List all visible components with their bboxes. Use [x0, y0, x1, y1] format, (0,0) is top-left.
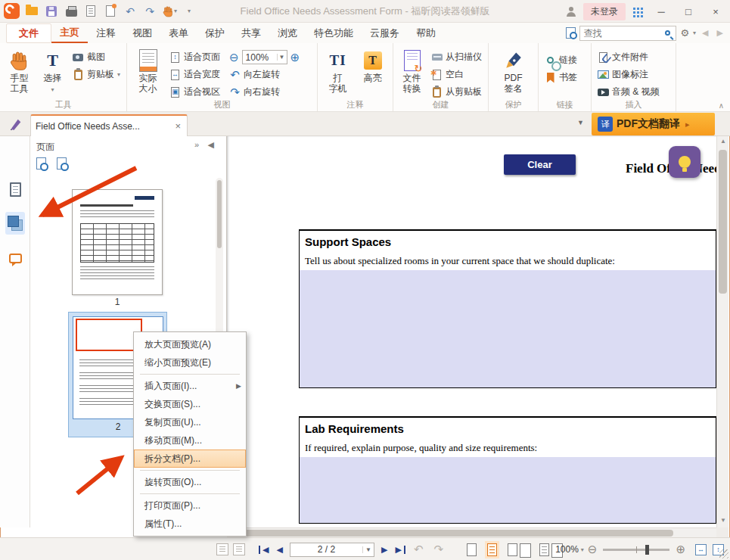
- document-tab[interactable]: Field Office Needs Asse... ×: [30, 114, 188, 136]
- file-convert-button[interactable]: 文件转换: [397, 46, 427, 100]
- bookmarks-panel-button[interactable]: [5, 178, 25, 201]
- status-snapshot-tool-icon[interactable]: [233, 543, 245, 555]
- login-status-badge[interactable]: 未登录: [583, 3, 626, 20]
- menu-item-rotate-pages[interactable]: 旋转页面(O)...: [134, 473, 246, 491]
- last-page-button[interactable]: ▶: [391, 546, 405, 554]
- rotate-right-button[interactable]: ↷向右旋转: [227, 84, 312, 100]
- zoom-slider[interactable]: [603, 549, 669, 551]
- status-select-tool-icon[interactable]: [216, 543, 228, 555]
- find-in-page-icon[interactable]: [566, 27, 576, 39]
- tab-list-dropdown-icon[interactable]: ▼: [577, 119, 584, 126]
- menu-item-insert-pages[interactable]: 插入页面(I)...▶: [134, 377, 246, 395]
- comments-panel-button[interactable]: [5, 247, 25, 269]
- horizontal-scrollbar-thumb[interactable]: [228, 530, 673, 537]
- menu-item-move-pages[interactable]: 移动页面(M)...: [134, 431, 246, 450]
- account-button[interactable]: [564, 3, 579, 20]
- continuous-facing-view-icon[interactable]: [539, 543, 549, 556]
- zoom-slider-handle[interactable]: [645, 545, 649, 555]
- zoom-in-icon[interactable]: ⊕: [290, 51, 300, 64]
- image-annotation-button[interactable]: 图像标注: [595, 67, 672, 82]
- menu-item-reduce-preview[interactable]: 缩小页面预览(E): [134, 353, 246, 372]
- tab-features[interactable]: 特色功能: [306, 23, 362, 42]
- fit-width-icon[interactable]: ↔: [695, 544, 707, 555]
- customize-toolbar-dropdown[interactable]: ▾: [182, 3, 197, 20]
- first-page-button[interactable]: ◀: [259, 546, 272, 554]
- zoom-out-icon[interactable]: ⊖: [584, 543, 601, 556]
- menu-item-split-document[interactable]: 拆分文档(P)...: [134, 450, 246, 468]
- search-input[interactable]: [580, 28, 665, 39]
- tab-form[interactable]: 表单: [160, 23, 197, 42]
- assistant-bubble-button[interactable]: [669, 146, 700, 178]
- tab-view[interactable]: 视图: [124, 23, 160, 42]
- gear-dropdown-icon[interactable]: ▾: [693, 30, 696, 36]
- page-thumbnail-1[interactable]: [72, 189, 163, 295]
- typewriter-button[interactable]: 打字机: [322, 46, 354, 100]
- rotate-view-left-icon[interactable]: ↶: [408, 543, 429, 556]
- menu-item-print-pages[interactable]: 打印页面(P)...: [134, 496, 246, 515]
- hand-tool-quick-button[interactable]: ▾: [162, 3, 177, 20]
- zoom-out-icon[interactable]: ⊖: [229, 51, 239, 64]
- panel-expand-icon[interactable]: »: [194, 140, 199, 149]
- menu-item-swap-pages[interactable]: 交换页面(S)...: [134, 395, 246, 413]
- undo-button[interactable]: ↶: [123, 3, 138, 20]
- select-tool-button[interactable]: 选择▾: [37, 46, 68, 100]
- pdf-translate-button[interactable]: 译 PDF文档翻译 ▸: [592, 113, 715, 135]
- link-button[interactable]: 链接: [542, 52, 587, 68]
- tab-help[interactable]: 帮助: [408, 23, 444, 42]
- signature-quill-icon[interactable]: [9, 117, 23, 133]
- file-menu-button[interactable]: 文件: [6, 23, 51, 43]
- vertical-scrollbar-thumb[interactable]: [719, 150, 727, 294]
- actual-size-button[interactable]: 实际大小: [131, 46, 165, 100]
- tab-share[interactable]: 共享: [233, 23, 269, 42]
- rotate-left-button[interactable]: ↶向左旋转: [227, 67, 312, 82]
- from-clipboard-button[interactable]: 从剪贴板: [429, 84, 484, 100]
- enlarge-thumbnails-icon[interactable]: [36, 157, 46, 172]
- menu-item-enlarge-preview[interactable]: 放大页面预览(A): [134, 335, 246, 353]
- snapshot-button[interactable]: 截图: [70, 49, 123, 65]
- previous-page-button[interactable]: ◀: [272, 545, 286, 555]
- zoom-in-icon[interactable]: ⊕: [672, 543, 689, 556]
- rotate-view-right-icon[interactable]: ↷: [428, 543, 449, 556]
- ribbon-next-icon[interactable]: ▶: [715, 28, 725, 38]
- from-scanner-button[interactable]: 从扫描仪: [429, 49, 484, 65]
- search-icon[interactable]: [665, 30, 670, 36]
- menu-item-properties[interactable]: 属性(T)...: [134, 515, 246, 533]
- resize-grip[interactable]: [719, 549, 728, 558]
- bookmark-button[interactable]: 书签: [542, 70, 587, 86]
- ribbon-prev-icon[interactable]: ◀: [700, 28, 710, 38]
- scroll-up-icon[interactable]: ▲: [719, 138, 728, 147]
- tab-browse[interactable]: 浏览: [269, 23, 306, 42]
- print-button[interactable]: [64, 3, 79, 20]
- page-thumbnails-panel-button[interactable]: [5, 212, 25, 235]
- hand-tool-button[interactable]: 手型工具: [4, 46, 35, 100]
- tab-home[interactable]: 主页: [51, 23, 88, 43]
- blank-page-button[interactable]: 空白: [429, 67, 484, 82]
- save-button[interactable]: [44, 3, 59, 20]
- scroll-down-icon[interactable]: ▼: [719, 517, 728, 526]
- menu-item-duplicate-pages[interactable]: 复制页面(U)...: [134, 413, 246, 431]
- email-button[interactable]: [83, 3, 98, 20]
- single-page-view-icon[interactable]: [467, 543, 477, 556]
- fit-visible-button[interactable]: ▣适合视区: [167, 84, 225, 100]
- file-attachment-button[interactable]: 文件附件: [595, 49, 672, 65]
- facing-view-icon[interactable]: [508, 543, 517, 556]
- new-document-button[interactable]: [103, 3, 118, 20]
- support-spaces-text-field[interactable]: [300, 270, 716, 387]
- pdf-sign-button[interactable]: PDF签名: [496, 46, 530, 100]
- close-tab-icon[interactable]: ×: [173, 120, 182, 132]
- collapse-ribbon-button[interactable]: ∧: [719, 101, 724, 110]
- foxit-logo-icon[interactable]: [4, 3, 20, 20]
- maximize-button[interactable]: □: [677, 2, 700, 20]
- lab-requirements-text-field[interactable]: [300, 457, 716, 523]
- fit-width-button[interactable]: ↔适合宽度: [167, 67, 225, 82]
- highlight-button[interactable]: 高亮: [356, 46, 389, 100]
- open-file-button[interactable]: [24, 3, 39, 20]
- horizontal-scrollbar[interactable]: [227, 527, 716, 537]
- next-page-button[interactable]: ▶: [377, 545, 391, 555]
- continuous-view-icon[interactable]: [487, 543, 497, 556]
- reduce-thumbnails-icon[interactable]: [57, 157, 67, 172]
- clipboard-button[interactable]: 剪贴板▾: [70, 67, 123, 82]
- close-button[interactable]: ×: [704, 2, 727, 20]
- clear-form-button[interactable]: Clear: [504, 154, 576, 175]
- audio-video-button[interactable]: 音频 & 视频: [595, 84, 672, 100]
